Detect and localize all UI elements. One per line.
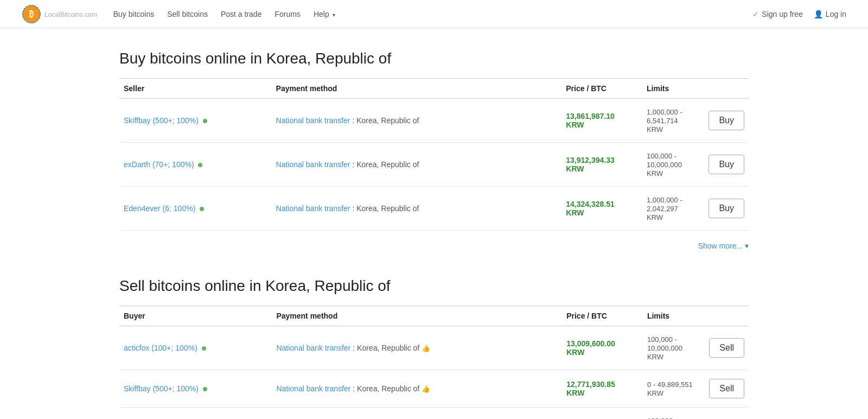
buy-header-seller: Seller (119, 79, 272, 99)
nav-buy-bitcoins[interactable]: Buy bitcoins (113, 10, 154, 18)
sell-table-row: Skiffbay (500+; 100%) National bank tran… (119, 370, 749, 408)
online-indicator (198, 163, 202, 167)
nav-help[interactable]: Help ▾ (314, 10, 335, 18)
buy-payment-cell: National bank transfer : Korea, Republic… (272, 187, 562, 231)
buy-table-row: Eden4ever (6; 100%) National bank transf… (119, 187, 749, 231)
buy-seller-link[interactable]: Eden4ever (6; 100%) (124, 204, 195, 213)
buy-price-currency: KRW (566, 208, 638, 217)
sell-button[interactable]: Sell (709, 379, 744, 398)
logo[interactable]: ₿ LocalBitcoins.com (22, 4, 97, 24)
sell-action-cell: Sell (705, 326, 749, 370)
buy-limits-cell: 1,000,000 - 2,042,297 KRW (642, 187, 704, 231)
buy-header-payment: Payment method (272, 79, 562, 99)
sell-payment-cell: National bank transfer : Korea, Republic… (272, 408, 562, 420)
nav-post-trade[interactable]: Post a trade (221, 10, 262, 18)
buy-payment-link[interactable]: National bank transfer (276, 116, 350, 125)
buy-action-cell: Buy (704, 187, 749, 231)
sell-price-cell: 12,771,930.85 KRW (562, 370, 643, 408)
logo-icon: ₿ (22, 4, 41, 24)
online-indicator (200, 207, 204, 211)
sell-section-title: Sell bitcoins online in Korea, Republic … (119, 277, 749, 295)
online-indicator (203, 119, 207, 123)
buy-limits-cell: 1,000,000 - 6,541,714 KRW (642, 99, 704, 143)
sell-table-row: exDarth (70+; 100%) National bank transf… (119, 408, 749, 420)
sell-table: Buyer Payment method Price / BTC Limits … (119, 306, 749, 419)
sell-limits-value: 100,000 - 10,000,000 (647, 335, 682, 352)
nav-sell-bitcoins[interactable]: Sell bitcoins (167, 10, 208, 18)
buy-action-cell: Buy (704, 143, 749, 187)
buy-table: Seller Payment method Price / BTC Limits… (119, 78, 749, 231)
buy-limits-currency: KRW (647, 169, 663, 177)
buy-header-action (704, 79, 749, 99)
buy-button[interactable]: Buy (709, 111, 744, 130)
help-chevron-icon: ▾ (333, 12, 335, 18)
sell-payment-detail: : Korea, Republic of (353, 344, 419, 352)
buy-payment-link[interactable]: National bank transfer (276, 160, 350, 169)
online-indicator (203, 387, 207, 391)
buy-price-value: 13,861,987.10 (566, 112, 638, 120)
nav-forums[interactable]: Forums (275, 10, 300, 18)
sell-price-cell: 12,658,514.59 KRW (562, 408, 643, 420)
buy-limits-value: 100,000 - 10,000,000 (647, 152, 682, 169)
sell-buyer-cell: exDarth (70+; 100%) (119, 408, 272, 420)
buy-section-title: Buy bitcoins online in Korea, Republic o… (119, 50, 749, 67)
sell-price-cell: 13,009,600.00 KRW (562, 326, 643, 370)
buy-button[interactable]: Buy (709, 155, 744, 174)
buy-seller-cell: Skiffbay (500+; 100%) (119, 99, 272, 143)
buy-limits-cell: 100,000 - 10,000,000 KRW (642, 143, 704, 187)
sell-price-value: 12,771,930.85 (566, 380, 639, 389)
sell-payment-cell: National bank transfer : Korea, Republic… (272, 370, 562, 408)
buy-price-currency: KRW (566, 120, 638, 129)
buy-header-limits: Limits (642, 79, 704, 99)
sell-price-currency: KRW (566, 348, 639, 357)
buy-button[interactable]: Buy (709, 199, 744, 218)
sell-buyer-link[interactable]: acticfox (100+; 100%) (124, 344, 197, 352)
sell-section: Sell bitcoins online in Korea, Republic … (119, 277, 749, 419)
buy-payment-link[interactable]: National bank transfer (276, 204, 350, 213)
buy-price-value: 13,912,394.33 (566, 156, 638, 164)
buy-limits-value: 1,000,000 - 2,042,297 (647, 196, 682, 213)
buy-price-cell: 13,912,394.33 KRW (561, 143, 642, 187)
login-link[interactable]: 👤 Log in (814, 10, 846, 18)
sell-payment-cell: National bank transfer : Korea, Republic… (272, 326, 562, 370)
navbar: ₿ LocalBitcoins.com Buy bitcoins Sell bi… (0, 0, 868, 28)
sell-limits-value: 0 - 49,889,551 KRW (647, 380, 693, 397)
thumbs-up-icon: 👍 (422, 385, 430, 393)
sell-payment-link[interactable]: National bank transfer (276, 384, 350, 393)
sell-table-row: acticfox (100+; 100%) National bank tran… (119, 326, 749, 370)
buy-table-row: exDarth (70+; 100%) National bank transf… (119, 143, 749, 187)
sell-price-currency: KRW (566, 389, 639, 397)
svg-text:₿: ₿ (29, 9, 34, 18)
buy-payment-detail: : Korea, Republic of (352, 204, 419, 213)
thumbs-up-icon: 👍 (422, 344, 430, 352)
sell-header-action (705, 306, 749, 326)
buy-price-cell: 13,861,987.10 KRW (561, 99, 642, 143)
sell-price-value: 13,009,600.00 (566, 339, 639, 348)
buy-seller-cell: exDarth (70+; 100%) (119, 143, 272, 187)
buy-limits-currency: KRW (647, 213, 663, 221)
sell-header-limits: Limits (643, 306, 705, 326)
sell-limits-currency: KRW (647, 353, 663, 361)
sell-buyer-cell: acticfox (100+; 100%) (119, 326, 272, 370)
buy-payment-detail: : Korea, Republic of (352, 160, 419, 169)
sell-button[interactable]: Sell (709, 338, 744, 358)
sell-header-buyer: Buyer (119, 306, 272, 326)
buy-seller-link[interactable]: Skiffbay (500+; 100%) (124, 116, 199, 125)
sell-payment-link[interactable]: National bank transfer (276, 344, 350, 352)
sell-limits-cell: 100,000 - 2,000,000 KRW (643, 408, 705, 420)
sell-limits-cell: 0 - 49,889,551 KRW (643, 370, 705, 408)
sell-buyer-link[interactable]: Skiffbay (500+; 100%) (124, 384, 199, 393)
buy-show-more[interactable]: Show more... ▾ (119, 236, 749, 266)
online-indicator (202, 346, 206, 351)
buy-action-cell: Buy (704, 99, 749, 143)
signup-link[interactable]: ✓ Sign up free (752, 10, 803, 18)
buy-seller-link[interactable]: exDarth (70+; 100%) (124, 160, 194, 169)
main-content: Buy bitcoins online in Korea, Republic o… (108, 28, 760, 419)
buy-limits-value: 1,000,000 - 6,541,714 (647, 108, 682, 125)
buy-section: Buy bitcoins online in Korea, Republic o… (119, 50, 749, 266)
buy-limits-currency: KRW (647, 125, 663, 134)
sell-header-payment: Payment method (272, 306, 562, 326)
buy-seller-cell: Eden4ever (6; 100%) (119, 187, 272, 231)
chevron-down-icon: ▾ (745, 242, 749, 250)
sell-payment-detail: : Korea, Republic of (353, 384, 419, 393)
